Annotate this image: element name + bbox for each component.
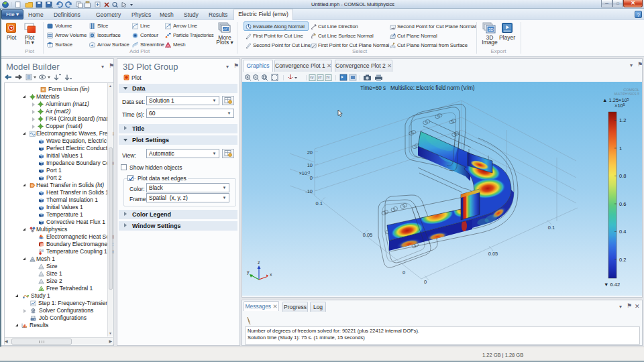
- svg-text:1.2: 1.2: [619, 117, 626, 123]
- svg-text:0.05: 0.05: [488, 251, 498, 257]
- svg-text:Time=60 s Multislice: Electr: Time=60 s Multislice: Electric field nor…: [360, 85, 475, 91]
- svg-text:0: 0: [424, 279, 427, 285]
- svg-text:3D: 3D: [488, 27, 494, 32]
- svg-text:▼ 6.42: ▼ 6.42: [604, 282, 620, 288]
- svg-text:1: 1: [619, 145, 622, 152]
- svg-text:yz: yz: [318, 75, 322, 79]
- svg-text:10: 10: [307, 162, 313, 168]
- svg-text:MULTIPHYSICS ®: MULTIPHYSICS ®: [614, 92, 640, 96]
- svg-text:x: x: [270, 272, 272, 277]
- svg-text:0.1: 0.1: [548, 225, 555, 231]
- svg-text:0.05: 0.05: [363, 232, 373, 238]
- svg-text:20: 20: [307, 149, 313, 156]
- svg-text:0.8: 0.8: [619, 173, 626, 179]
- svg-text:0: 0: [310, 175, 313, 181]
- svg-text:0.4: 0.4: [619, 229, 626, 235]
- svg-text:COMSOL: COMSOL: [623, 88, 639, 92]
- svg-text:0.1: 0.1: [316, 200, 323, 206]
- svg-text:y: y: [247, 269, 250, 275]
- svg-text:z: z: [258, 260, 260, 265]
- svg-text:0: 0: [402, 269, 405, 276]
- svg-text:xy: xy: [310, 75, 314, 79]
- svg-text:-10: -10: [305, 188, 313, 194]
- svg-text:zx: zx: [326, 75, 330, 79]
- svg-text:0.2: 0.2: [619, 257, 626, 263]
- svg-text:0.6: 0.6: [619, 201, 626, 207]
